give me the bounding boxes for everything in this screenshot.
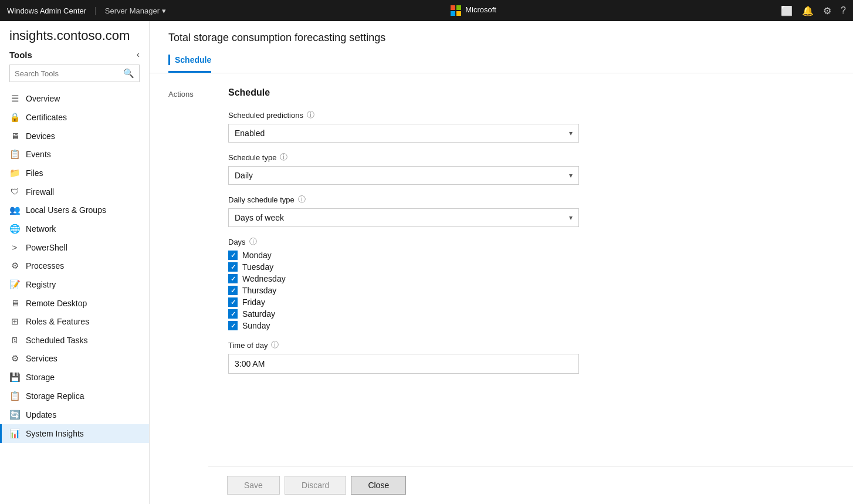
day-row-0: Monday <box>228 251 579 260</box>
sidebar-item-storage[interactable]: 💾Storage <box>0 368 149 387</box>
server-manager-btn[interactable]: Server Manager ▾ <box>105 6 166 15</box>
save-button[interactable]: Save <box>227 476 280 495</box>
nav-label-services: Services <box>26 354 57 363</box>
topbar: Windows Admin Center | Server Manager ▾ … <box>0 0 853 21</box>
sidebar-item-storage-replica[interactable]: 📋Storage Replica <box>0 387 149 405</box>
sidebar-item-updates[interactable]: 🔄Updates <box>0 405 149 424</box>
sidebar-header: insights.contoso.com Tools ‹ 🔍 <box>0 21 149 89</box>
nav-icon-local-users-groups: 👥 <box>9 205 20 215</box>
day-checkbox-wednesday[interactable] <box>228 274 238 283</box>
days-info-icon[interactable]: ⓘ <box>249 236 257 247</box>
nav-label-scheduled-tasks: Scheduled Tasks <box>26 336 88 345</box>
nav-icon-storage: 💾 <box>9 372 20 383</box>
sidebar-item-system-insights[interactable]: 📊System Insights <box>0 424 149 443</box>
content-area: Total storage consumption forecasting se… <box>150 21 853 504</box>
search-box: 🔍 <box>9 65 140 82</box>
day-row-4: Friday <box>228 297 579 307</box>
day-checkbox-tuesday[interactable] <box>228 262 238 272</box>
sidebar-item-events[interactable]: 📋Events <box>0 145 149 164</box>
sidebar-item-firewall[interactable]: 🛡Firewall <box>0 182 149 201</box>
day-label-sunday: Sunday <box>242 321 270 330</box>
schedule-type-select[interactable]: Daily ▾ <box>228 166 579 185</box>
scheduled-predictions-field: Scheduled predictions ⓘ Enabled ▾ <box>228 110 579 143</box>
time-of-day-info-icon[interactable]: ⓘ <box>271 340 279 350</box>
sidebar-item-remote-desktop[interactable]: 🖥Remote Desktop <box>0 294 149 312</box>
nav-label-overview: Overview <box>26 94 60 103</box>
nav-label-certificates: Certificates <box>26 113 67 122</box>
day-checkbox-saturday[interactable] <box>228 309 238 319</box>
scheduled-predictions-value[interactable]: Enabled ▾ <box>229 124 578 142</box>
nav-icon-roles-features: ⊞ <box>9 316 20 327</box>
day-row-3: Thursday <box>228 286 579 295</box>
app-name: Windows Admin Center <box>7 6 86 15</box>
day-row-2: Wednesday <box>228 274 579 283</box>
nav-icon-updates: 🔄 <box>9 410 20 420</box>
nav-label-system-insights: System Insights <box>26 429 84 438</box>
sidebar-item-local-users-groups[interactable]: 👥Local Users & Groups <box>0 201 149 219</box>
sidebar-item-network[interactable]: 🌐Network <box>0 219 149 238</box>
bell-icon[interactable]: 🔔 <box>802 5 814 16</box>
day-checkbox-thursday[interactable] <box>228 286 238 295</box>
days-field: Days ⓘ MondayTuesdayWednesdayThursdayFri… <box>228 236 579 330</box>
content-header: Total storage consumption forecasting se… <box>150 21 853 73</box>
sidebar-collapse-button[interactable]: ‹ <box>137 49 140 60</box>
daily-schedule-type-value[interactable]: Days of week ▾ <box>229 209 578 226</box>
days-checkboxes: MondayTuesdayWednesdayThursdayFridaySatu… <box>228 251 579 330</box>
nav-icon-overview: ☰ <box>9 93 20 104</box>
nav-label-roles-features: Roles & Features <box>26 317 89 326</box>
help-icon[interactable]: ? <box>841 5 846 16</box>
scheduled-predictions-select[interactable]: Enabled ▾ <box>228 124 579 143</box>
tools-label: Tools <box>9 50 32 60</box>
nav-icon-services: ⚙ <box>9 353 20 364</box>
sidebar-item-processes[interactable]: ⚙Processes <box>0 256 149 275</box>
search-button[interactable]: 🔍 <box>119 65 139 82</box>
time-of-day-input[interactable] <box>228 354 579 374</box>
monitor-icon[interactable]: ⬜ <box>781 5 793 16</box>
nav-icon-powershell: > <box>9 242 20 252</box>
day-row-1: Tuesday <box>228 262 579 272</box>
nav-icon-remote-desktop: 🖥 <box>9 298 20 308</box>
schedule-type-info-icon[interactable]: ⓘ <box>280 152 287 163</box>
sidebar-item-files[interactable]: 📁Files <box>0 164 149 182</box>
sidebar-item-powershell[interactable]: >PowerShell <box>0 238 149 256</box>
nav-icon-scheduled-tasks: 🗓 <box>9 335 20 345</box>
daily-schedule-type-label: Daily schedule type <box>228 195 295 204</box>
nav-icon-registry: 📝 <box>9 279 20 290</box>
svg-rect-0 <box>451 5 455 10</box>
close-button[interactable]: Close <box>351 476 406 495</box>
scheduled-predictions-info-icon[interactable]: ⓘ <box>307 110 314 120</box>
form-section: Actions Schedule Scheduled predictions ⓘ… <box>168 87 579 374</box>
sidebar-item-scheduled-tasks[interactable]: 🗓Scheduled Tasks <box>0 331 149 349</box>
page-title: Total storage consumption forecasting se… <box>168 32 834 44</box>
gear-icon[interactable]: ⚙ <box>823 5 831 16</box>
time-of-day-label: Time of day <box>228 341 268 350</box>
svg-rect-3 <box>456 11 461 16</box>
day-checkbox-sunday[interactable] <box>228 321 238 330</box>
days-label: Days <box>228 238 246 246</box>
nav-label-devices: Devices <box>26 131 55 141</box>
schedule-type-value[interactable]: Daily ▾ <box>229 167 578 184</box>
daily-schedule-type-info-icon[interactable]: ⓘ <box>298 194 306 205</box>
discard-button[interactable]: Discard <box>285 476 346 495</box>
daily-schedule-type-select[interactable]: Days of week ▾ <box>228 208 579 227</box>
chevron-down-icon: ▾ <box>569 129 573 137</box>
nav-label-storage-replica: Storage Replica <box>26 391 84 401</box>
tab-schedule[interactable]: Schedule <box>168 51 211 73</box>
sidebar-item-devices[interactable]: 🖥Devices <box>0 127 149 145</box>
schedule-type-field: Schedule type ⓘ Daily ▾ <box>228 152 579 185</box>
day-label-saturday: Saturday <box>242 309 275 319</box>
day-checkbox-friday[interactable] <box>228 297 238 307</box>
time-of-day-field: Time of day ⓘ <box>228 340 579 374</box>
sidebar-item-services[interactable]: ⚙Services <box>0 349 149 368</box>
search-input[interactable] <box>10 66 119 81</box>
sidebar-item-roles-features[interactable]: ⊞Roles & Features <box>0 312 149 331</box>
nav-label-local-users-groups: Local Users & Groups <box>26 205 106 215</box>
sidebar-item-overview[interactable]: ☰Overview <box>0 89 149 108</box>
nav-label-processes: Processes <box>26 261 64 270</box>
day-checkbox-monday[interactable] <box>228 251 238 260</box>
sidebar-item-certificates[interactable]: 🔒Certificates <box>0 108 149 127</box>
sidebar-item-registry[interactable]: 📝Registry <box>0 275 149 294</box>
nav-icon-network: 🌐 <box>9 224 20 234</box>
sidebar: insights.contoso.com Tools ‹ 🔍 ☰Overview… <box>0 21 150 504</box>
schedule-type-label: Schedule type <box>228 153 276 162</box>
